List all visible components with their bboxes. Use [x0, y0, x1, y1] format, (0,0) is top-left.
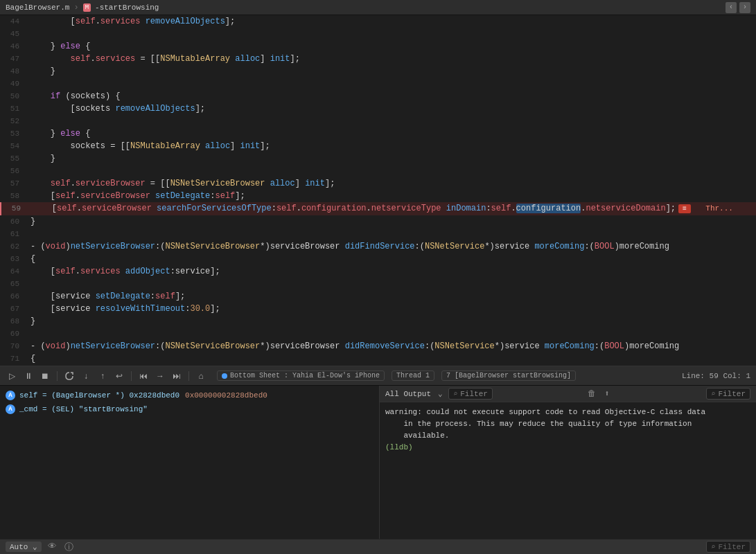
output-header: All Output ⌄ ⌕ Filter 🗑 ⬆ ⌕ [380, 386, 756, 402]
output-filter-icon: ⌕ [711, 389, 716, 398]
title-separator1: › [73, 3, 78, 12]
nav-right-button[interactable]: › [739, 2, 750, 13]
code-line-58: 58 [self.serviceBrowser setDelegate:self… [0, 190, 756, 202]
status-left: Auto ⌄ 👁 ⓘ [6, 542, 75, 553]
code-editor[interactable]: 44 [self.services removeAllObjects]; 45 … [0, 15, 756, 366]
output-filter-label: Filter [718, 390, 746, 398]
code-line-63: 63 { [0, 253, 756, 265]
thread-sheet-label: Bottom Sheet : Yahia El-Dow's iPhone [230, 372, 380, 379]
code-line-60: 60 } [0, 215, 756, 228]
thread-frame-number: 7 [446, 372, 450, 379]
code-line-61: 61 [0, 228, 756, 240]
code-line-66: 66 [service setDelegate:self]; [0, 290, 756, 303]
debug-separator-2 [131, 371, 132, 381]
title-method: -startBrowsing [95, 3, 159, 12]
output-content: warning: could not execute support code … [380, 402, 756, 539]
bottom-filter-label: Filter [718, 543, 746, 551]
editor-area: 44 [self.services removeAllObjects]; 45 … [0, 15, 756, 554]
thread-indicator [222, 373, 227, 379]
debug-content: A self = (BagelBrowser *) 0x2828dbed0 0x… [0, 386, 756, 539]
output-warning-text: warning: could not execute support code … [385, 408, 705, 440]
code-content[interactable]: 44 [self.services removeAllObjects]; 45 … [0, 15, 756, 366]
title-file1: BagelBrowser.m [6, 3, 69, 12]
vars-panel[interactable]: A self = (BagelBrowser *) 0x2828dbed0 0x… [0, 386, 380, 539]
output-panel: All Output ⌄ ⌕ Filter 🗑 ⬆ ⌕ [380, 386, 756, 539]
code-line-70: 70 - (void)netServiceBrowser:(NSNetServi… [0, 340, 756, 352]
vars-filter-box[interactable]: ⌕ Filter [448, 388, 493, 400]
code-line-46: 46 } else { [0, 40, 756, 53]
output-dropdown-icon[interactable]: ⌄ [438, 389, 443, 398]
debug-step-out-button[interactable]: ↑ [96, 370, 109, 382]
code-line-65: 65 [0, 278, 756, 290]
status-right-bar: ⌕ Filter [706, 541, 750, 553]
code-line-49: 49 [0, 78, 756, 90]
title-bar-right: ‹ › [726, 2, 750, 13]
title-bar-left: BagelBrowser.m › M -startBrowsing [6, 3, 720, 12]
code-line-45: 45 [0, 28, 756, 40]
debug-rewind-button[interactable]: ⏮ [137, 370, 150, 382]
debug-panel: ▷ ⏸ ⏹ ↓ ↑ ↩ ⏮ → ⏭ ⌂ Bottom Sheet : Yahia… [0, 366, 756, 539]
debug-forward-button[interactable]: → [154, 370, 166, 382]
debug-pause-button[interactable]: ⏸ [22, 370, 35, 382]
code-line-56: 56 [0, 165, 756, 177]
code-line-47: 47 self.services = [[NSMutableArray allo… [0, 53, 756, 65]
debug-step-over-button[interactable] [63, 370, 76, 382]
bottom-filter-box[interactable]: ⌕ Filter [706, 541, 750, 553]
code-line-48: 48 } [0, 65, 756, 78]
debug-separator-3 [188, 371, 189, 381]
code-line-57: 57 self.serviceBrowser = [[NSNetServiceB… [0, 177, 756, 190]
auto-badge[interactable]: Auto ⌄ [6, 542, 42, 552]
title-bar: BagelBrowser.m › M -startBrowsing ‹ › [0, 0, 756, 15]
code-line-69: 69 [0, 328, 756, 340]
code-line-51: 51 [sockets removeAllObjects]; [0, 102, 756, 115]
code-line-44: 44 [self.services removeAllObjects]; [0, 15, 756, 28]
code-line-53: 53 } else { [0, 127, 756, 140]
vars-filter-icon: ⌕ [453, 389, 458, 398]
var-name-self: self = (BagelBrowser *) 0x2828dbed0 [19, 391, 179, 400]
line-col-text: Line: 59 Col: 1 [682, 372, 750, 380]
output-expand-icon[interactable]: ⬆ [601, 388, 613, 400]
line-col-display: Line: 59 Col: 1 [682, 371, 750, 381]
debug-separator-1 [57, 371, 58, 381]
code-line-71: 71 { [0, 352, 756, 365]
var-value-self: 0x00000002828dbed0 [185, 391, 267, 400]
debug-fast-forward-button[interactable]: ⏭ [170, 370, 183, 382]
title-m-badge: M [83, 3, 91, 12]
debug-play-button[interactable]: ▷ [6, 370, 18, 382]
nav-left-button[interactable]: ‹ [726, 2, 737, 13]
variable-row-cmd[interactable]: A _cmd = (SEL) "startBrowsing" [0, 402, 379, 416]
variable-row-self[interactable]: A self = (BagelBrowser *) 0x2828dbed0 0x… [0, 388, 379, 402]
thread-number-badge: Thread 1 [392, 370, 434, 381]
code-line-50: 50 if (sockets) { [0, 90, 756, 102]
bottom-filter-icon: ⌕ [711, 542, 716, 551]
code-line-55: 55 } [0, 152, 756, 165]
output-title: All Output [385, 390, 431, 398]
bottom-status-bar: Auto ⌄ 👁 ⓘ ⌕ Filter [0, 539, 756, 554]
code-line-52: 52 [0, 115, 756, 127]
code-line-72: 72 [0, 365, 756, 366]
code-line-67: 67 [service resolveWithTimeout:30.0]; [0, 303, 756, 315]
thread-number-label: Thread 1 [396, 372, 430, 379]
output-filter-box[interactable]: ⌕ Filter [706, 388, 750, 400]
var-name-cmd: _cmd = (SEL) "startBrowsing" [19, 405, 158, 413]
thread-frame-label: [BagelBrowser startBrowsing] [455, 372, 571, 379]
var-icon-a2: A [6, 404, 15, 414]
code-line-54: 54 sockets = [[NSMutableArray alloc] ini… [0, 140, 756, 152]
output-trash-icon[interactable]: 🗑 [586, 388, 597, 400]
var-icon-a1: A [6, 391, 15, 400]
thread-frame-badge: 7 [BagelBrowser startBrowsing] [441, 370, 576, 381]
code-line-68: 68 } [0, 315, 756, 328]
output-prompt: (lldb) [385, 443, 413, 452]
debug-home-button[interactable]: ⌂ [195, 370, 207, 382]
code-line-59: 59 [self.serviceBrowser searchForService… [0, 202, 756, 215]
code-line-62: 62 - (void)netServiceBrowser:(NSNetServi… [0, 240, 756, 253]
debug-stop-button[interactable]: ⏹ [39, 370, 51, 382]
status-info-icon[interactable]: ⓘ [64, 542, 75, 553]
debug-step-into-button[interactable]: ↓ [80, 370, 92, 382]
output-icons: 🗑 ⬆ [586, 388, 613, 400]
status-eye-icon[interactable]: 👁 [47, 542, 58, 553]
code-line-64: 64 [self.services addObject:service]; [0, 265, 756, 278]
debug-continue-button[interactable]: ↩ [113, 370, 125, 382]
thread-badge: Bottom Sheet : Yahia El-Dow's iPhone [217, 370, 385, 381]
vars-filter-label: Filter [460, 390, 488, 398]
